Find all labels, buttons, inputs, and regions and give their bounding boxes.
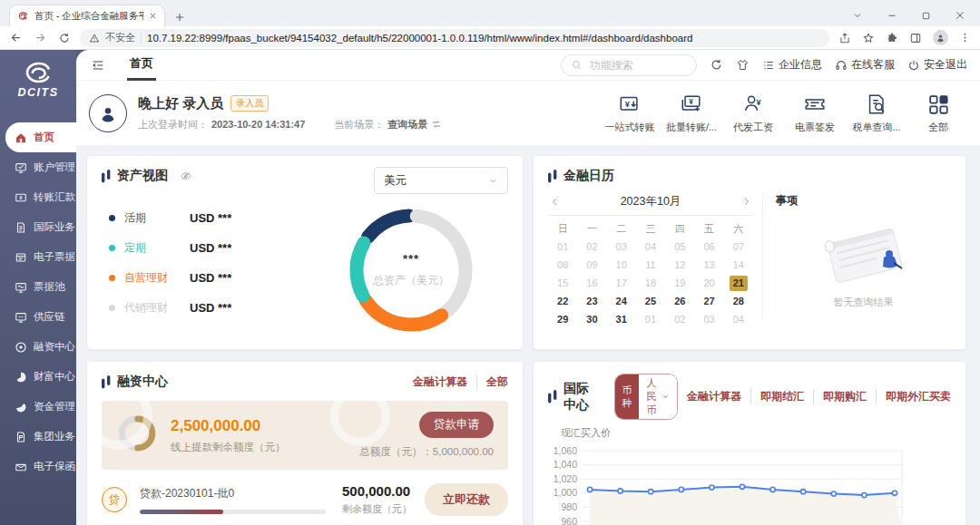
sidebar-item-5[interactable]: 票据池 xyxy=(5,272,76,302)
calendar-day[interactable]: 03 xyxy=(694,310,723,328)
calendar-day[interactable]: 11 xyxy=(636,256,665,274)
svg-text:¥: ¥ xyxy=(625,99,631,108)
calendar-day[interactable]: 25 xyxy=(636,292,665,310)
browser-dropdown-icon[interactable] xyxy=(852,10,863,21)
financing-link-1[interactable]: 全部 xyxy=(476,374,508,390)
calendar-day[interactable]: 02 xyxy=(665,310,694,328)
financing-link-0[interactable]: 金融计算器 xyxy=(404,374,476,390)
share-icon[interactable] xyxy=(838,32,851,44)
calendar-day[interactable]: 29 xyxy=(548,310,577,328)
loan-apply-button[interactable]: 贷款申请 xyxy=(419,412,494,438)
international-link-0[interactable]: 金融计算器 xyxy=(678,389,750,404)
calendar-day[interactable]: 04 xyxy=(724,310,753,328)
calendar-day[interactable]: 27 xyxy=(694,292,723,310)
sidebar-item-3[interactable]: 国际业务 xyxy=(5,212,76,242)
sidebar-item-0[interactable]: 首页 xyxy=(5,122,76,152)
quick-action-label: 代发工资 xyxy=(733,121,773,134)
calendar-day[interactable]: 04 xyxy=(636,238,665,256)
theme-icon[interactable] xyxy=(736,58,750,72)
refresh-icon[interactable] xyxy=(710,58,723,72)
calendar-day[interactable]: 09 xyxy=(577,256,606,274)
calendar-day[interactable]: 19 xyxy=(665,274,694,292)
repay-now-button[interactable]: 立即还款 xyxy=(425,483,508,516)
asset-legend: 活期USD ***定期USD ***自营理财USD ***代销理财USD *** xyxy=(109,209,231,316)
calendar-day[interactable]: 10 xyxy=(607,256,636,274)
calendar-day[interactable]: 13 xyxy=(694,256,723,274)
browser-menu-dots-icon[interactable] xyxy=(959,32,971,44)
url-text: 10.7.19.22:8999/fpaas_bucket/94154032_de… xyxy=(147,33,692,44)
quick-action-4[interactable]: 税单查询... xyxy=(849,92,904,134)
calendar-day[interactable]: 30 xyxy=(577,310,606,328)
quick-action-2[interactable]: ¥代发工资 xyxy=(726,92,780,134)
quick-action-label: 全部 xyxy=(928,121,948,134)
sidebar-item-9[interactable]: 资金管理 xyxy=(5,392,76,422)
quick-action-0[interactable]: ¥一站式转账 xyxy=(603,92,657,134)
calendar-day[interactable]: 20 xyxy=(694,274,723,292)
calendar-day[interactable]: 01 xyxy=(548,238,577,256)
header-link-2[interactable]: 安全退出 xyxy=(907,57,967,73)
international-link-2[interactable]: 即期购汇 xyxy=(813,389,876,404)
function-search[interactable] xyxy=(561,54,697,76)
calendar-day[interactable]: 22 xyxy=(548,292,577,310)
calendar-day[interactable]: 15 xyxy=(548,274,577,292)
sidebar-item-10[interactable]: 集团业务 xyxy=(5,422,76,452)
header-link-0[interactable]: 企业信息 xyxy=(762,57,822,73)
sidebar-item-7[interactable]: 融资中心 xyxy=(5,332,76,362)
browser-profile-icon[interactable] xyxy=(933,30,948,45)
calendar-day[interactable]: 31 xyxy=(607,310,636,328)
minimize-icon[interactable] xyxy=(887,10,897,21)
calendar-day-selected[interactable]: 21 xyxy=(724,274,753,292)
header-link-1[interactable]: 在线客服 xyxy=(835,57,895,73)
calendar-day[interactable]: 03 xyxy=(607,238,636,256)
calendar-next-icon[interactable] xyxy=(740,197,753,207)
tab-close-icon[interactable] xyxy=(149,12,157,20)
calendar-day[interactable]: 08 xyxy=(548,256,577,274)
calendar-day[interactable]: 28 xyxy=(724,292,753,310)
search-input[interactable] xyxy=(588,58,687,73)
close-window-icon[interactable] xyxy=(955,10,965,21)
side-panel-icon[interactable] xyxy=(909,32,922,44)
switch-scene-icon[interactable] xyxy=(431,119,442,130)
international-link-1[interactable]: 即期结汇 xyxy=(750,389,813,404)
sidebar-item-label: 首页 xyxy=(34,131,54,144)
bookmark-star-icon[interactable] xyxy=(862,32,875,44)
forward-icon[interactable] xyxy=(34,31,47,44)
sidebar: DCITS 首页账户管理¥转账汇款国际业务电子票据票据池供应链融资中心财富中心资… xyxy=(0,50,76,525)
calendar-day[interactable]: 12 xyxy=(665,256,694,274)
back-icon[interactable] xyxy=(9,31,23,44)
address-bar[interactable]: 不安全 10.7.19.22:8999/fpaas_bucket/9415403… xyxy=(80,29,829,47)
sidebar-item-11[interactable]: 电子保函 xyxy=(5,452,76,481)
calendar-day[interactable]: 17 xyxy=(607,274,636,292)
sidebar-item-6[interactable]: 供应链 xyxy=(5,302,76,332)
calendar-day[interactable]: 14 xyxy=(724,256,753,274)
calendar-day[interactable]: 16 xyxy=(577,274,606,292)
calendar-day[interactable]: 05 xyxy=(665,238,694,256)
calendar-day[interactable]: 02 xyxy=(577,238,606,256)
browser-tab[interactable]: 首页 - 企业综合金融服务平台 xyxy=(9,5,165,26)
sidebar-item-2[interactable]: ¥转账汇款 xyxy=(5,182,76,212)
calendar-day[interactable]: 01 xyxy=(636,310,665,328)
calendar-day[interactable]: 18 xyxy=(636,274,665,292)
sidebar-item-8[interactable]: 财富中心 xyxy=(5,362,76,392)
calendar-day[interactable]: 24 xyxy=(607,292,636,310)
extensions-puzzle-icon[interactable] xyxy=(886,32,898,44)
eye-off-icon[interactable] xyxy=(180,170,192,182)
sidebar-item-1[interactable]: 账户管理 xyxy=(5,152,76,182)
calendar-day[interactable]: 23 xyxy=(577,292,606,310)
quick-action-1[interactable]: ¥批量转账/... xyxy=(664,92,719,134)
tab-home[interactable]: 首页 xyxy=(127,50,156,81)
calendar-day[interactable]: 26 xyxy=(665,292,694,310)
currency-type-select[interactable]: 币种 人民币 xyxy=(614,374,678,420)
quick-action-3[interactable]: 电票签发 xyxy=(788,92,842,134)
menu-collapse-icon[interactable] xyxy=(91,58,105,73)
calendar-prev-icon[interactable] xyxy=(548,197,562,207)
currency-select[interactable]: 美元 xyxy=(374,167,508,194)
new-tab-button[interactable] xyxy=(174,12,185,23)
maximize-icon[interactable] xyxy=(921,11,931,21)
quick-action-5[interactable]: 全部 xyxy=(911,92,965,134)
calendar-day[interactable]: 07 xyxy=(724,238,753,256)
international-link-3[interactable]: 即期外汇买卖 xyxy=(876,389,951,404)
reload-icon[interactable] xyxy=(58,32,71,44)
sidebar-item-4[interactable]: 电子票据 xyxy=(5,242,76,272)
calendar-day[interactable]: 06 xyxy=(694,238,723,256)
